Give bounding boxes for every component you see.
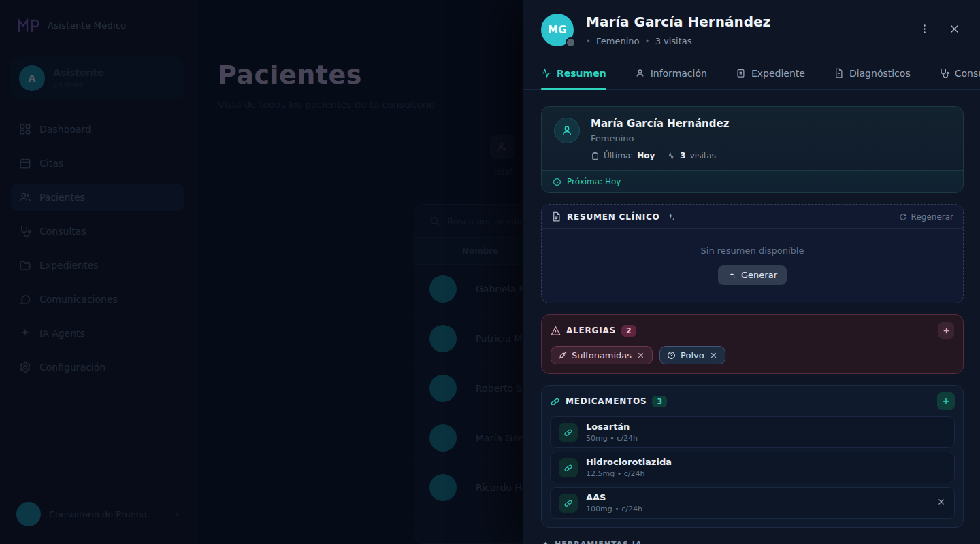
allergies-title: ALERGIAS <box>566 326 616 335</box>
activity-icon <box>667 152 676 160</box>
regenerate-label: Regenerar <box>911 212 953 222</box>
drawer-body: María García Hernández Femenino Última: … <box>523 90 980 544</box>
avatar-status-badge <box>566 37 576 48</box>
medication-row[interactable]: Losartán 50mg • c/24h <box>550 416 955 448</box>
last-visit-label: Última: <box>604 151 633 160</box>
activity-icon <box>541 68 551 78</box>
generate-label: Generar <box>741 270 777 280</box>
remove-allergy-icon[interactable] <box>709 351 718 360</box>
medication-dose: 12.5mg • c/24h <box>586 469 672 478</box>
tab-label: Información <box>651 68 707 79</box>
clinical-summary-title: RESUMEN CLÍNICO <box>567 212 660 222</box>
allergy-chip-sulfonamidas[interactable]: Sulfonamidas <box>551 346 653 364</box>
last-visit-value: Hoy <box>637 151 655 160</box>
allergy-label: Polvo <box>681 350 704 360</box>
tab-label: Expediente <box>751 68 805 79</box>
sparkles-icon <box>666 211 676 222</box>
tab-consultas[interactable]: Consultas <box>939 57 980 89</box>
patient-gender: Femenino <box>596 36 639 46</box>
help-circle-icon <box>667 351 676 360</box>
close-icon <box>949 23 960 35</box>
stethoscope-icon <box>939 68 949 78</box>
allergy-chip-polvo[interactable]: Polvo <box>659 346 725 364</box>
pill-icon <box>559 458 578 477</box>
refresh-icon <box>899 213 907 221</box>
ai-tools-title: HERRAMIENTAS IA <box>555 540 642 544</box>
generate-summary-button[interactable]: Generar <box>718 265 787 285</box>
app-root: Asistente Médico A Asistente En línea Da… <box>0 0 980 544</box>
visit-count: 3 visitas <box>667 151 716 160</box>
patient-visits: 3 visitas <box>655 36 692 46</box>
medications-title: MEDICAMENTOS <box>566 396 647 406</box>
remove-medication-button[interactable] <box>936 496 946 509</box>
summary-empty-text: Sin resumen disponible <box>542 245 963 256</box>
sparkles-icon <box>728 271 736 279</box>
warning-icon <box>551 326 561 336</box>
pill-icon <box>550 396 560 407</box>
user-icon <box>635 68 645 78</box>
medications-count-badge: 3 <box>652 396 667 407</box>
allergies-card: ALERGIAS 2 Sulfonamidas Polvo <box>541 314 964 374</box>
tab-diagnosticos[interactable]: Diagnósticos <box>834 57 911 89</box>
summary-patient-name: María García Hernández <box>591 118 729 130</box>
add-allergy-button[interactable] <box>938 322 954 339</box>
close-icon <box>936 497 946 507</box>
tab-resumen[interactable]: Resumen <box>541 57 606 89</box>
tab-informacion[interactable]: Información <box>635 57 707 89</box>
drawer-header: MG María García Hernández • Femenino • 3… <box>523 0 980 57</box>
medication-name: Hidroclorotiazida <box>586 457 672 467</box>
last-visit: Última: Hoy <box>591 151 655 160</box>
clock-icon <box>553 177 561 186</box>
file-text-icon <box>834 68 844 78</box>
drawer-tabs: Resumen Información Expediente Diagnósti… <box>523 57 980 90</box>
clipboard-icon <box>591 152 600 160</box>
bullet: • <box>645 37 650 46</box>
medication-name: Losartán <box>586 422 638 432</box>
next-appointment-strip: Próxima: Hoy <box>542 170 963 192</box>
pill-icon <box>559 494 578 513</box>
medication-dose: 100mg • c/24h <box>586 505 642 513</box>
patient-summary-card: María García Hernández Femenino Última: … <box>541 106 964 193</box>
next-appointment-text: Próxima: Hoy <box>567 177 621 186</box>
close-drawer-button[interactable] <box>945 19 964 38</box>
syringe-icon <box>558 351 567 360</box>
drawer-patient-name: María García Hernández <box>586 14 770 31</box>
visit-count-value: 3 <box>680 151 685 160</box>
file-text-icon <box>551 211 561 222</box>
medications-card: MEDICAMENTOS 3 Losartán 50mg • c/24h <box>541 385 964 528</box>
person-icon <box>554 118 580 143</box>
summary-patient-gender: Femenino <box>591 133 729 143</box>
visit-count-label: visitas <box>690 151 716 160</box>
kebab-icon <box>919 23 930 35</box>
tab-label: Resumen <box>557 68 606 79</box>
medication-name: AAS <box>586 492 642 503</box>
allergies-count-badge: 2 <box>621 325 636 337</box>
medication-dose: 50mg • c/24h <box>586 434 638 443</box>
more-options-button[interactable] <box>915 19 934 38</box>
regenerate-button[interactable]: Regenerar <box>899 212 953 222</box>
clipboard-icon <box>736 68 746 78</box>
allergy-label: Sulfonamidas <box>572 350 632 360</box>
patient-drawer: MG María García Hernández • Femenino • 3… <box>523 0 980 544</box>
pill-icon <box>559 423 578 442</box>
bullet: • <box>586 37 591 46</box>
drawer-patient-meta: • Femenino • 3 visitas <box>586 36 770 46</box>
plus-icon <box>941 396 951 406</box>
medication-row[interactable]: Hidroclorotiazida 12.5mg • c/24h <box>550 452 955 483</box>
clinical-summary-card: RESUMEN CLÍNICO Regenerar Sin resumen di… <box>541 204 964 303</box>
sparkles-icon <box>541 540 550 544</box>
add-medication-button[interactable] <box>937 392 955 410</box>
tab-label: Consultas <box>955 68 980 79</box>
remove-allergy-icon[interactable] <box>636 351 645 360</box>
ai-tools-section: HERRAMIENTAS IA Análisis Clínico IA Anál <box>541 540 964 544</box>
tab-label: Diagnósticos <box>849 68 911 79</box>
medication-row[interactable]: AAS 100mg • c/24h <box>550 487 955 519</box>
tab-expediente[interactable]: Expediente <box>736 57 805 89</box>
plus-icon <box>942 326 951 335</box>
